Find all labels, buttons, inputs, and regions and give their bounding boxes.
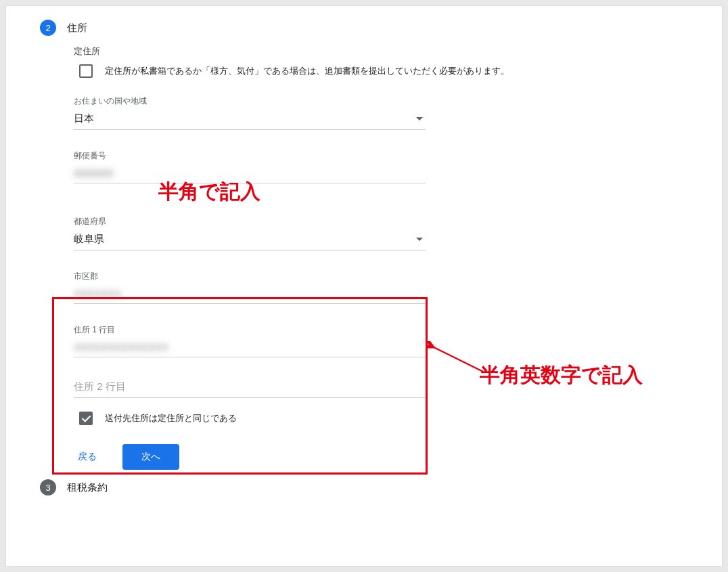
step-2-title: 住所: [67, 22, 87, 35]
line1-value: XXXXXXXXXXXXXX: [74, 341, 168, 353]
country-field: お住まいの国や地域 日本: [74, 95, 426, 130]
buttons-row: 戻る 次へ: [68, 444, 708, 470]
line1-label: 住所 1 行目: [74, 324, 426, 336]
next-button[interactable]: 次へ: [122, 444, 179, 470]
step-2-header: 2 住所: [40, 20, 708, 36]
city-input[interactable]: XXXXXXX: [74, 285, 426, 304]
pobox-row: 定住所が私書箱であるか「様方、気付」である場合は、追加書類を提出していただく必要…: [79, 64, 708, 78]
line2-input[interactable]: 住所 2 行目: [74, 378, 426, 398]
line2-field: 住所 2 行目: [74, 378, 426, 398]
chevron-down-icon: [416, 238, 423, 241]
country-label: お住まいの国や地域: [74, 95, 426, 107]
same-address-label: 送付先住所は定住所と同じである: [105, 412, 237, 424]
prefecture-label: 都道府県: [74, 216, 426, 227]
city-label: 市区郡: [74, 271, 426, 282]
pobox-note: 定住所が私書箱であるか「様方、気付」である場合は、追加書類を提出していただく必要…: [105, 65, 509, 77]
chevron-down-icon: [416, 117, 423, 120]
prefecture-value: 岐阜県: [74, 233, 104, 246]
step-3-title: 租税条約: [67, 481, 108, 494]
country-select[interactable]: 日本: [74, 110, 426, 130]
postal-label: 郵便番号: [74, 150, 426, 162]
step-3-header: 3 租税条約: [40, 479, 708, 496]
pobox-checkbox[interactable]: [79, 64, 93, 78]
form-page: 2 住所 定住所 定住所が私書箱であるか「様方、気付」である場合は、追加書類を提…: [5, 5, 723, 567]
country-value: 日本: [74, 112, 94, 125]
annotation-hankaku: 半角で記入: [158, 178, 260, 206]
line2-placeholder: 住所 2 行目: [74, 380, 126, 393]
prefecture-select[interactable]: 岐阜県: [74, 230, 426, 250]
prefecture-field: 都道府県 岐阜県: [74, 216, 426, 250]
step-2-badge: 2: [40, 20, 56, 36]
annotation-hankaku-alnum: 半角英数字で記入: [480, 361, 643, 389]
permanent-address-heading: 定住所: [74, 45, 708, 58]
city-value: XXXXXXX: [74, 288, 121, 299]
line1-field: 住所 1 行目 XXXXXXXXXXXXXX: [74, 324, 426, 357]
postal-value: 0000000: [74, 167, 113, 179]
back-button[interactable]: 戻る: [68, 444, 106, 470]
step-3-badge: 3: [40, 479, 56, 496]
same-address-checkbox[interactable]: [79, 412, 93, 425]
line1-input[interactable]: XXXXXXXXXXXXXX: [74, 338, 426, 357]
same-address-row: 送付先住所は定住所と同じである: [79, 412, 708, 425]
city-field: 市区郡 XXXXXXX: [74, 271, 426, 304]
